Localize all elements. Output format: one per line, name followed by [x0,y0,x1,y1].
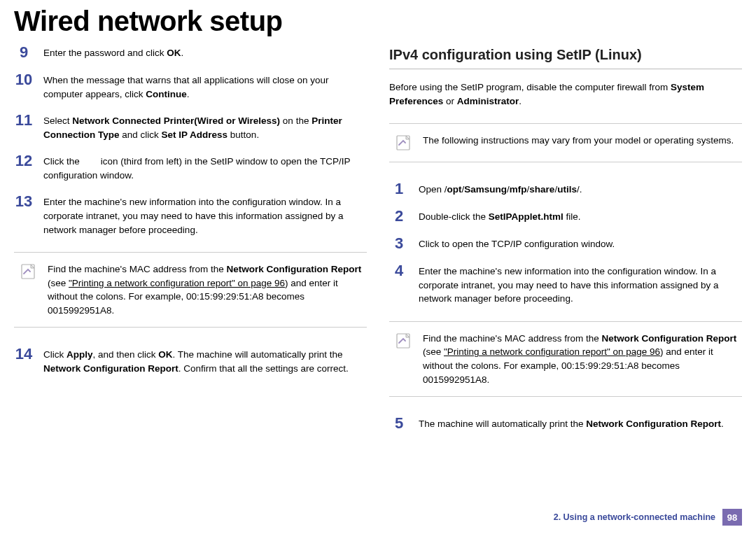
note-text: Find the machine's MAC address from the … [48,262,364,317]
step-item: 13 Enter the machine's new information i… [14,193,367,237]
step-item: 2 Double-click the SetIPApplet.html file… [389,208,742,224]
right-steps-after-container: 5 The machine will automatically print t… [389,415,742,431]
step-text: Enter the machine's new information into… [419,262,742,306]
section-heading: IPv4 configuration using SetIP (Linux) [389,47,742,69]
left-steps-after-container: 14 Click Apply, and then click OK. The m… [14,346,367,375]
step-item: 9 Enter the password and click OK. [14,44,367,60]
step-item: 3 Click to open the TCP/IP configuration… [389,235,742,251]
step-number: 3 [389,235,409,251]
note-text: The following instructions may vary from… [423,134,734,148]
intro-text: Before using the SetIP program, disable … [389,80,742,108]
step-item: 14 Click Apply, and then click OK. The m… [14,346,367,375]
step-number: 10 [14,71,34,87]
note-icon [395,134,413,152]
step-number: 14 [14,346,34,362]
content-columns: 9 Enter the password and click OK. 10 Wh… [0,44,756,442]
step-number: 12 [14,153,34,169]
note-box: Find the machine's MAC address from the … [389,321,742,397]
step-item: 4 Enter the machine's new information in… [389,262,742,306]
left-steps-container: 9 Enter the password and click OK. 10 Wh… [14,44,367,237]
step-text: Enter the password and click OK. [43,44,183,60]
page-footer: 2. Using a network-connected machine 98 [554,509,742,526]
step-text: Open /opt/Samsung/mfp/share/utils/. [419,181,582,197]
step-text: Double-click the SetIPApplet.html file. [419,208,581,224]
footer-page-number: 98 [722,509,742,526]
step-text: Click Apply, and then click OK. The mach… [43,346,367,375]
step-number: 11 [14,112,34,128]
step-item: 12 Click the icon (third from left) in t… [14,153,367,182]
step-text: When the message that warns that all app… [43,71,367,101]
step-text: Select Network Connected Printer(Wired o… [43,112,367,141]
left-column: 9 Enter the password and click OK. 10 Wh… [14,44,367,442]
step-text: Enter the machine's new information into… [43,193,367,237]
note-box: Find the machine's MAC address from the … [14,252,367,328]
footer-chapter: 2. Using a network-connected machine [554,512,715,522]
step-item: 10 When the message that warns that all … [14,71,367,101]
note-text: Find the machine's MAC address from the … [423,332,739,386]
step-number: 9 [14,44,34,60]
step-number: 1 [389,181,409,197]
step-number: 5 [389,415,409,431]
right-steps-container: 1 Open /opt/Samsung/mfp/share/utils/. 2 … [389,181,742,306]
step-number: 13 [14,193,34,209]
page-title: Wired network setup [0,0,756,44]
step-item: 5 The machine will automatically print t… [389,415,742,431]
step-number: 2 [389,208,409,224]
step-item: 1 Open /opt/Samsung/mfp/share/utils/. [389,181,742,197]
note-icon [395,332,413,350]
right-column: IPv4 configuration using SetIP (Linux) B… [389,44,742,442]
step-text: The machine will automatically print the… [419,415,724,431]
note-box: The following instructions may vary from… [389,123,742,162]
step-number: 4 [389,262,409,279]
step-item: 11 Select Network Connected Printer(Wire… [14,112,367,141]
step-text: Click to open the TCP/IP configuration w… [419,235,615,251]
note-icon [20,262,38,281]
step-text: Click the icon (third from left) in the … [43,153,367,182]
